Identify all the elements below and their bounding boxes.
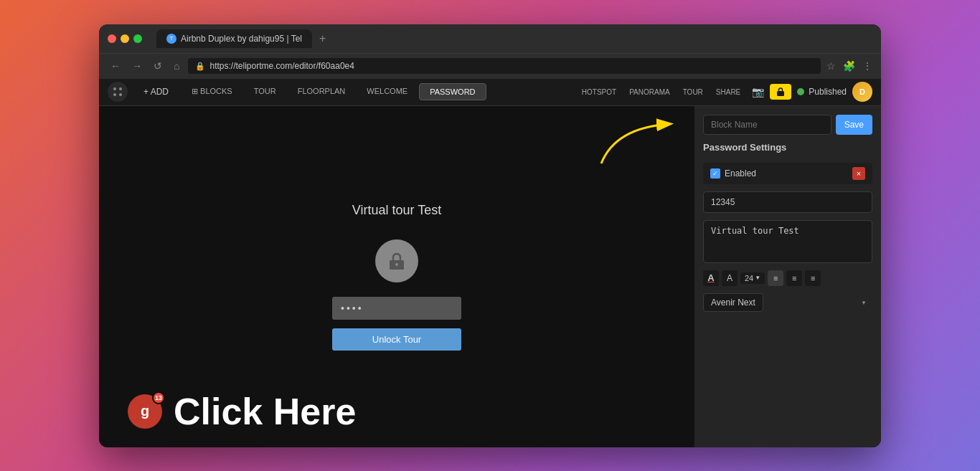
app-toolbar: + ADD ⊞ BLOCKS TOUR FLOORPLAN WELCOME PA… — [99, 79, 881, 106]
align-center-button[interactable]: ≡ — [786, 270, 802, 286]
camera-icon[interactable]: 📷 — [752, 86, 764, 97]
toolbar-right: HOTSPOT PANORAMA TOUR SHARE 📷 Published … — [576, 82, 872, 102]
tab-password[interactable]: PASSWORD — [419, 83, 486, 100]
font-size-value: 24 — [745, 274, 753, 282]
click-here-text: Click Here — [174, 390, 356, 433]
password-input[interactable] — [332, 297, 461, 320]
enabled-row: ✓ Enabled × — [703, 163, 872, 184]
section-title: Password Settings — [703, 142, 872, 153]
svg-point-8 — [395, 263, 398, 266]
published-status-dot — [797, 88, 804, 95]
font-size-chevron: ▼ — [755, 275, 760, 281]
font-color-icon[interactable]: A — [703, 270, 719, 286]
new-tab-button[interactable]: + — [315, 32, 330, 45]
font-select-row: Avenir Next Arial Georgia Helvetica — [703, 293, 872, 312]
lock-highlight-button[interactable] — [770, 84, 791, 100]
address-bar: ← → ↺ ⌂ 🔒 https://teliportme.com/editor/… — [99, 53, 881, 79]
tab-blocks[interactable]: ⊞ BLOCKS — [182, 83, 242, 100]
highlight-icon[interactable]: A — [722, 270, 738, 286]
title-bar: T Airbnb Duplex by dahigu95 | Tel + — [99, 24, 881, 53]
svg-rect-4 — [777, 91, 784, 96]
tour-title: Virtual tour Test — [352, 203, 441, 218]
tab-welcome[interactable]: WELCOME — [357, 83, 418, 100]
hotspot-tabs: HOTSPOT PANORAMA TOUR SHARE — [576, 85, 746, 99]
canvas-area: Virtual tour Test Unlock Tour g 13 C — [99, 106, 694, 447]
app-logo-icon — [112, 86, 123, 97]
tab-floorplan[interactable]: FLOORPLAN — [288, 83, 356, 100]
unlock-tour-button[interactable]: Unlock Tour — [332, 328, 461, 351]
main-content: Virtual tour Test Unlock Tour g 13 C — [99, 106, 881, 447]
blocks-icon: ⊞ — [192, 87, 200, 95]
ssl-lock-icon: 🔒 — [195, 62, 205, 71]
add-button[interactable]: + ADD — [136, 84, 176, 100]
browser-tab[interactable]: T Airbnb Duplex by dahigu95 | Tel — [156, 29, 312, 48]
font-select-wrapper: Avenir Next Arial Georgia Helvetica — [703, 293, 872, 312]
traffic-lights — [108, 34, 142, 43]
enabled-label: Enabled — [725, 168, 756, 179]
tab-area: T Airbnb Duplex by dahigu95 | Tel + — [156, 29, 330, 48]
maximize-button[interactable] — [133, 34, 142, 43]
svg-point-0 — [113, 87, 116, 90]
bookmark-icon[interactable]: ☆ — [826, 60, 836, 72]
save-button[interactable]: Save — [836, 115, 872, 135]
app-logo — [108, 82, 128, 102]
browser-window: T Airbnb Duplex by dahigu95 | Tel + ← → … — [99, 24, 881, 447]
bottom-instruction: g 13 Click Here — [128, 390, 356, 433]
menu-icon[interactable]: ⋮ — [862, 60, 872, 72]
formatting-row: A A 24 ▼ ≡ ≡ ≡ — [703, 270, 872, 286]
align-right-button[interactable]: ≡ — [805, 270, 821, 286]
svg-point-1 — [119, 87, 122, 90]
tab-share[interactable]: SHARE — [710, 85, 746, 99]
user-avatar[interactable]: D — [852, 82, 872, 102]
svg-point-3 — [119, 93, 122, 96]
forward-button[interactable]: → — [129, 59, 145, 73]
block-name-input[interactable] — [703, 115, 831, 135]
g-badge: g 13 — [128, 394, 162, 429]
tab-tour-view[interactable]: TOUR — [677, 85, 709, 99]
tab-favicon: T — [166, 34, 176, 44]
delete-button[interactable]: × — [852, 167, 865, 180]
badge-letter: g — [141, 403, 149, 419]
close-button[interactable] — [108, 34, 116, 43]
extensions-icon[interactable]: 🧩 — [843, 60, 855, 72]
tab-title: Airbnb Duplex by dahigu95 | Tel — [181, 34, 302, 44]
url-text: https://teliportme.com/editor/f60aa0e4 — [209, 61, 354, 71]
text-area-input[interactable]: Virtual tour Test — [703, 220, 872, 263]
lock-circle — [375, 239, 418, 282]
font-select[interactable]: Avenir Next Arial Georgia Helvetica — [703, 293, 763, 312]
nav-tabs: ⊞ BLOCKS TOUR FLOORPLAN WELCOME PASSWORD — [182, 83, 576, 100]
back-button[interactable]: ← — [108, 59, 123, 73]
tab-panorama[interactable]: PANORAMA — [623, 85, 676, 99]
address-bar-actions: ☆ 🧩 ⋮ — [826, 60, 872, 72]
published-button[interactable]: Published — [797, 87, 847, 97]
home-button[interactable]: ⌂ — [171, 59, 182, 73]
lock-icon — [776, 87, 786, 97]
canvas-lock-icon — [387, 251, 407, 271]
password-value-input[interactable] — [703, 191, 872, 213]
address-input[interactable]: 🔒 https://teliportme.com/editor/f60aa0e4 — [188, 58, 821, 74]
minimize-button[interactable] — [121, 34, 129, 43]
tab-hotspot[interactable]: HOTSPOT — [576, 85, 622, 99]
published-label: Published — [809, 87, 847, 97]
font-size-control[interactable]: 24 ▼ — [740, 272, 765, 284]
tab-tour[interactable]: TOUR — [244, 83, 286, 100]
enabled-check: ✓ Enabled — [710, 168, 756, 179]
refresh-button[interactable]: ↺ — [151, 59, 165, 73]
block-name-row: Save — [703, 115, 872, 135]
badge-count: 13 — [152, 391, 165, 404]
right-panel: Save Password Settings ✓ Enabled × Virtu… — [694, 106, 881, 447]
svg-point-2 — [113, 93, 116, 96]
arrow-annotation — [594, 113, 680, 171]
align-left-button[interactable]: ≡ — [768, 270, 783, 286]
enabled-checkbox[interactable]: ✓ — [710, 168, 720, 179]
